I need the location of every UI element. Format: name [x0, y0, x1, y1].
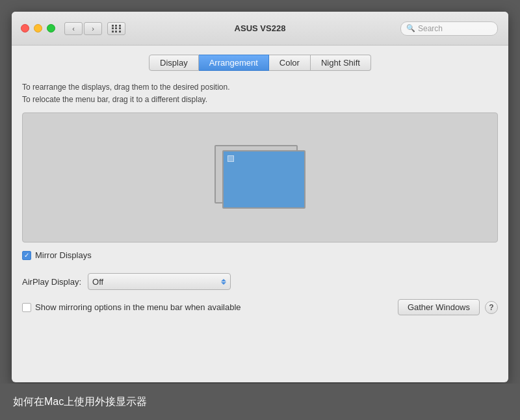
fullscreen-button[interactable]	[47, 24, 55, 33]
search-icon: 🔍	[406, 24, 415, 33]
description-line1: To rearrange the displays, drag them to …	[22, 81, 498, 94]
nav-buttons: ‹ ›	[64, 22, 102, 35]
tab-color[interactable]: Color	[269, 55, 311, 71]
mirror-displays-label: Mirror Displays	[35, 250, 92, 260]
forward-button[interactable]: ›	[84, 22, 102, 35]
airplay-label: AirPlay Display:	[22, 277, 81, 287]
show-mirroring-row: Show mirroring options in the menu bar w…	[22, 302, 241, 312]
window-title: ASUS VS228	[235, 23, 286, 33]
bottom-bar: 如何在Mac上使用外接显示器	[0, 384, 520, 420]
gather-windows-button[interactable]: Gather Windows	[398, 299, 480, 315]
tab-night-shift[interactable]: Night Shift	[311, 55, 371, 71]
bottom-right-buttons: Gather Windows ?	[398, 299, 498, 315]
mirror-displays-row: ✓ Mirror Displays	[22, 250, 498, 260]
monitor-marker	[228, 155, 234, 162]
help-button[interactable]: ?	[485, 301, 498, 314]
description-text: To rearrange the displays, drag them to …	[22, 81, 498, 106]
minimize-button[interactable]	[34, 24, 42, 33]
airplay-value: Off	[92, 277, 103, 287]
airplay-dropdown-icon	[221, 279, 226, 285]
traffic-lights	[21, 24, 55, 33]
show-mirroring-label: Show mirroring options in the menu bar w…	[35, 302, 241, 312]
search-box[interactable]: 🔍 Search	[400, 21, 498, 36]
airplay-select[interactable]: Off	[88, 273, 231, 290]
back-button[interactable]: ‹	[64, 22, 83, 35]
tab-arrangement[interactable]: Arrangement	[199, 55, 269, 71]
titlebar: ‹ › ASUS VS228 🔍 Search	[12, 12, 508, 46]
grid-icon	[112, 25, 122, 33]
monitor-group	[214, 145, 306, 210]
content-area: Display Arrangement Color Night Shift To…	[12, 46, 508, 326]
monitor-front	[222, 150, 306, 209]
description-line2: To relocate the menu bar, drag it to a d…	[22, 94, 498, 106]
show-mirroring-checkbox[interactable]	[22, 303, 31, 312]
airplay-row: AirPlay Display: Off	[22, 273, 498, 290]
checkmark-icon: ✓	[24, 252, 29, 259]
mirror-displays-checkbox[interactable]: ✓	[22, 251, 31, 260]
bottom-options-row: Show mirroring options in the menu bar w…	[22, 299, 498, 315]
monitor-screen	[224, 151, 304, 207]
system-preferences-window: ‹ › ASUS VS228 🔍 Search Display Arrangem…	[12, 12, 508, 382]
tabs-container: Display Arrangement Color Night Shift	[22, 46, 498, 79]
display-arrangement-area[interactable]	[22, 112, 498, 243]
grid-view-button[interactable]	[107, 22, 125, 35]
close-button[interactable]	[21, 24, 29, 33]
tab-display[interactable]: Display	[149, 55, 199, 71]
bottom-bar-text: 如何在Mac上使用外接显示器	[13, 395, 147, 409]
search-placeholder: Search	[418, 24, 443, 33]
